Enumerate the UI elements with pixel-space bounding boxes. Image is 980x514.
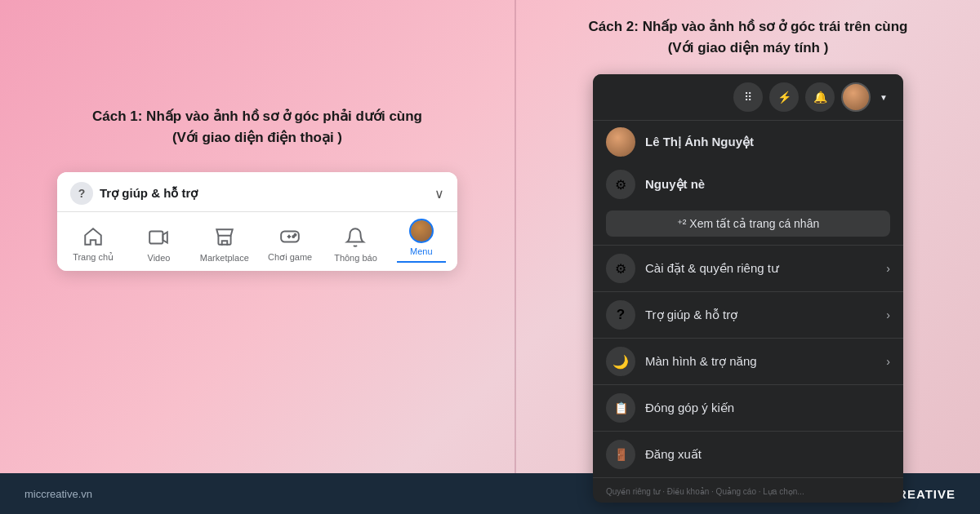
help-text-label: Trợ giúp & hỗ trợ — [100, 186, 198, 201]
display-label: Màn hình & trợ năng — [645, 354, 876, 369]
games-icon — [278, 224, 302, 249]
fb-topbar: ⠿ ⚡ 🔔 ▼ — [593, 74, 903, 121]
right-title: Cách 2: Nhấp vào ảnh hồ sơ ở góc trái tr… — [541, 16, 956, 58]
nav-label-menu: Menu — [410, 246, 433, 256]
help-arrow: › — [886, 308, 890, 321]
feedback-label: Đóng góp ý kiến — [645, 401, 890, 415]
settings-label: Cài đặt & quyền riêng tư — [645, 261, 876, 276]
main-background: Cách 1: Nhấp vào ảnh hồ sơ ở góc phải dư… — [0, 0, 980, 473]
svg-rect-0 — [150, 231, 163, 243]
help-label: Trợ giúp & hỗ trợ — [645, 308, 876, 322]
grid-icon[interactable]: ⠿ — [733, 82, 763, 112]
footer-website: miccreative.vn — [24, 488, 92, 500]
fb-user-avatar — [606, 127, 635, 157]
help-question-icon: ? — [606, 300, 635, 330]
fb-logout-row[interactable]: 🚪 Đăng xuất — [593, 431, 903, 477]
help-icon-circle: ? — [70, 182, 93, 205]
notification-bell-icon[interactable]: 🔔 — [805, 82, 835, 112]
fb-sub-account-item[interactable]: ⚙ Nguyệt nè — [593, 163, 903, 206]
feedback-icon: 📋 — [606, 393, 635, 423]
dropdown-arrow-icon[interactable]: ▼ — [877, 91, 890, 104]
nav-label-home: Trang chủ — [73, 252, 114, 263]
right-section: Cách 2: Nhấp vào ảnh hồ sơ ở góc trái tr… — [516, 0, 980, 473]
nav-item-menu[interactable]: Menu — [397, 219, 446, 263]
nav-item-video[interactable]: Video — [134, 225, 183, 263]
nav-item-home[interactable]: Trang chủ — [69, 224, 118, 263]
nav-label-marketplace: Marketplace — [200, 253, 249, 263]
settings-icon: ⚙ — [606, 254, 635, 283]
home-icon — [81, 224, 105, 249]
fb-display-row[interactable]: 🌙 Màn hình & trợ năng › — [593, 338, 903, 384]
video-icon — [146, 225, 171, 250]
fb-feedback-row[interactable]: 📋 Đóng góp ý kiến — [593, 384, 903, 431]
fb-user-info: Lê Thị Ánh Nguyệt — [645, 135, 890, 149]
mobile-top-bar: ? Trợ giúp & hỗ trợ ∨ — [57, 172, 457, 212]
fb-user-name: Lê Thị Ánh Nguyệt — [645, 135, 890, 149]
avatar-image — [411, 220, 432, 241]
marketplace-icon — [212, 225, 237, 250]
menu-avatar — [409, 219, 434, 243]
settings-arrow: › — [886, 262, 890, 275]
fb-sub-name: Nguyệt nè — [645, 177, 890, 192]
desktop-ui-mockup: ⠿ ⚡ 🔔 ▼ Lê Thị Ánh Nguyệt ⚙ Nguyệt nè — [593, 74, 903, 503]
logout-label: Đăng xuất — [645, 447, 890, 462]
fb-user-item[interactable]: Lê Thị Ánh Nguyệt — [593, 121, 903, 163]
fb-help-row[interactable]: ? Trợ giúp & hỗ trợ › — [593, 291, 903, 338]
left-title: Cách 1: Nhấp vào ảnh hồ sơ ở góc phải dư… — [41, 106, 474, 148]
moon-icon: 🌙 — [606, 347, 635, 376]
fb-sub-info: Nguyệt nè — [645, 177, 890, 192]
nav-item-notifications[interactable]: Thông báo — [331, 225, 380, 263]
logout-icon: 🚪 — [606, 440, 635, 469]
chevron-down-icon[interactable]: ∨ — [434, 186, 444, 202]
view-all-pages-btn[interactable]: ⁺² Xem tất cả trang cá nhân — [606, 210, 890, 237]
mobile-ui-mockup: ? Trợ giúp & hỗ trợ ∨ Trang chủ — [57, 172, 457, 271]
nav-item-marketplace[interactable]: Marketplace — [200, 225, 249, 263]
display-arrow: › — [886, 355, 890, 368]
help-badge: ? Trợ giúp & hỗ trợ — [70, 182, 198, 205]
profile-pic-topbar[interactable] — [841, 82, 871, 112]
svg-point-3 — [295, 234, 296, 236]
nav-label-games: Chơi game — [268, 252, 312, 263]
nav-item-games[interactable]: Chơi game — [265, 224, 314, 263]
messenger-icon[interactable]: ⚡ — [769, 82, 799, 112]
mobile-nav-bar: Trang chủ Video — [57, 212, 457, 271]
fb-footer-links: Quyền riêng tư · Điều khoản · Quảng cáo … — [606, 487, 804, 496]
nav-label-video: Video — [148, 253, 171, 263]
fb-sub-avatar: ⚙ — [606, 170, 635, 199]
bell-icon — [343, 225, 368, 250]
nav-label-notifications: Thông báo — [334, 253, 377, 263]
left-section: Cách 1: Nhấp vào ảnh hồ sơ ở góc phải dư… — [0, 0, 514, 473]
menu-avatar-icon — [409, 219, 434, 243]
fb-settings-row[interactable]: ⚙ Cài đặt & quyền riêng tư › — [593, 245, 903, 291]
